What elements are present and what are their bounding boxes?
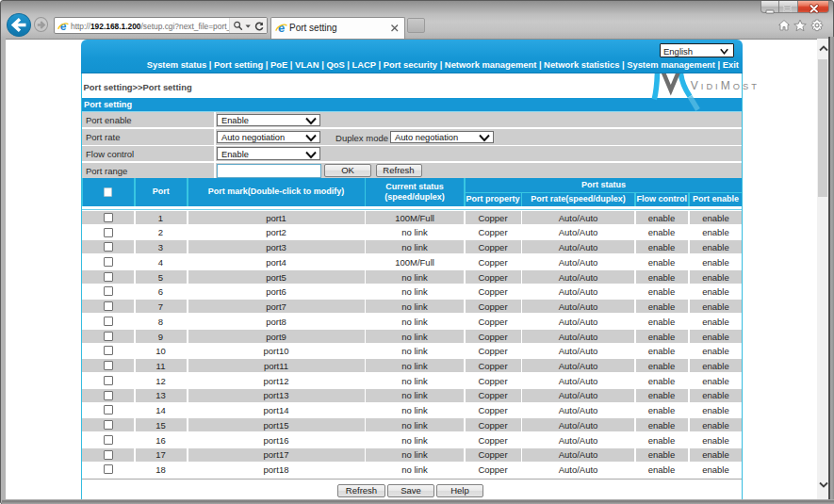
- svg-text:e: e: [60, 21, 67, 32]
- svg-text:e: e: [278, 22, 285, 34]
